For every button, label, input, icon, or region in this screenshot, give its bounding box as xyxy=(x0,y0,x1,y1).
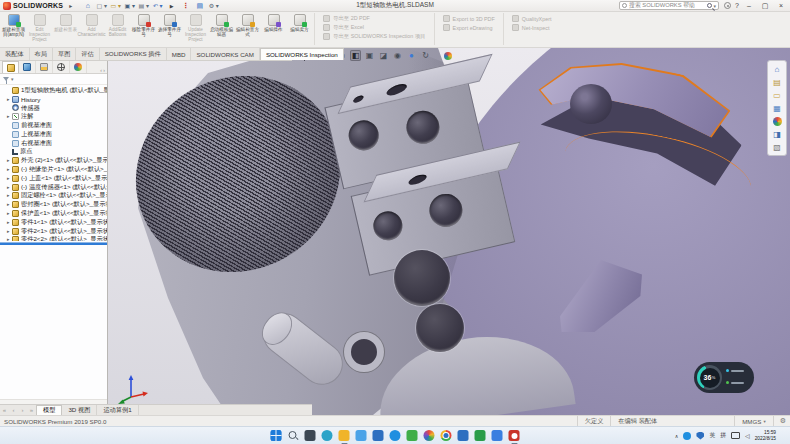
graphics-area[interactable]: 36% xyxy=(108,48,790,415)
ribbon-button[interactable]: 新建检查表 xyxy=(53,13,78,43)
tree-item[interactable]: 外壳 (2)<1> (默认<<默认>_显示状 xyxy=(0,156,107,165)
help-button[interactable]: ? xyxy=(735,2,739,9)
view-orientation-icon[interactable] xyxy=(364,50,375,61)
section-view-icon[interactable] xyxy=(350,50,361,61)
ribbon-button[interactable]: 编辑检查方式 xyxy=(235,13,260,43)
close-button[interactable]: × xyxy=(775,2,787,9)
ribbon-button[interactable]: 编辑卖方 xyxy=(287,13,312,43)
apply-scene-icon[interactable] xyxy=(442,50,453,61)
language-indicator[interactable]: 英 xyxy=(709,431,715,440)
tree-item[interactable]: 右视基准面 xyxy=(0,139,107,148)
tree-item[interactable]: (-) 绝缘垫片<1> (默认<<默认>_显 xyxy=(0,165,107,174)
ribbon-button[interactable]: 编辑操作 xyxy=(261,13,286,43)
ribbon-button[interactable]: 选择零件序号 xyxy=(157,13,182,43)
tree-item[interactable]: 前视基准面 xyxy=(0,121,107,130)
ribbon-tab[interactable]: 草图 xyxy=(53,48,76,60)
search-icon[interactable] xyxy=(707,3,712,8)
ribbon-button[interactable]: 新建检查项目(amp;N) xyxy=(1,13,26,43)
ribbon-tab[interactable]: SOLIDWORKS 插件 xyxy=(100,48,167,60)
ribbon-tab[interactable]: 装配体 xyxy=(0,48,30,60)
ribbon-button[interactable]: 启动模板编辑器 xyxy=(209,13,234,43)
print-icon[interactable] xyxy=(138,1,149,10)
tree-item[interactable]: 注解 xyxy=(0,112,107,121)
display-style-icon[interactable] xyxy=(378,50,389,61)
ribbon-tab[interactable]: SOLIDWORKS CAM xyxy=(191,48,259,60)
ribbon-button[interactable]: Edit Inspection Project xyxy=(27,13,52,43)
ribbon-button[interactable]: Add/Edit Balloons xyxy=(105,13,130,43)
view-palette-icon[interactable] xyxy=(770,102,784,114)
file-explorer-icon[interactable] xyxy=(770,89,784,101)
tab-scroll-last-icon[interactable]: » xyxy=(27,407,36,413)
export-item[interactable]: 导出至 Excel xyxy=(323,24,426,31)
undo-icon[interactable] xyxy=(152,1,163,10)
tab-scroll-first-icon[interactable]: « xyxy=(0,407,9,413)
export-item[interactable]: 导出至 SOLIDWORKS Inspection 项目 xyxy=(323,33,426,40)
task-view-icon[interactable] xyxy=(305,430,316,441)
design-library-icon[interactable] xyxy=(770,76,784,88)
search-icon[interactable] xyxy=(288,430,299,441)
tab-scroll-prev-icon[interactable]: ‹ xyxy=(9,407,18,413)
export-item[interactable]: Export eDrawing xyxy=(443,24,495,31)
search-box[interactable]: 搜索 SOLIDWORKS 帮助 ▾ xyxy=(619,1,719,10)
taskbar-clock[interactable]: 15:59 2022/8/15 xyxy=(755,430,776,441)
ribbon-button[interactable]: 移除零件序号 xyxy=(131,13,156,43)
tab-configurationmanager[interactable] xyxy=(36,61,53,73)
status-options-icon[interactable]: ⚙ xyxy=(773,416,790,426)
document-tab[interactable]: 模型 xyxy=(36,405,62,415)
tree-item[interactable]: 1型短轴散热电机 (默认<默认_显示状态-1 xyxy=(0,86,107,95)
store-icon[interactable] xyxy=(373,430,384,441)
restore-button[interactable]: ▢ xyxy=(759,2,771,10)
document-tab[interactable]: 运动算例1 xyxy=(97,405,138,415)
edge-icon[interactable] xyxy=(322,430,333,441)
tree-item[interactable]: 传感器 xyxy=(0,104,107,113)
scenes-icon[interactable] xyxy=(770,128,784,140)
tray-expand-icon[interactable]: ∧ xyxy=(675,433,679,439)
tab-dimxpertmanager[interactable] xyxy=(53,61,70,73)
tree-filter-bar[interactable]: ▾ xyxy=(0,74,107,85)
save-icon[interactable] xyxy=(124,1,135,10)
tab-displaymanager[interactable] xyxy=(70,61,87,73)
wps-icon[interactable] xyxy=(492,430,503,441)
solidworks-icon[interactable] xyxy=(509,430,520,441)
tree-item[interactable]: (-) 温度传感器<1> (默认<<默认>_ xyxy=(0,183,107,192)
menu-flyout-icon[interactable]: ▸ xyxy=(69,2,72,9)
tree-item[interactable]: 保护盖<1> (默认<<默认>_显示状 xyxy=(0,209,107,218)
file-explorer-icon[interactable] xyxy=(339,430,350,441)
tree-item[interactable]: 密封圈<1> (默认<<默认>_显示状 xyxy=(0,200,107,209)
panel-tab-overflow-icon[interactable]: ‹ › xyxy=(100,67,107,73)
search-caret-icon[interactable]: ▾ xyxy=(714,3,717,9)
security-shield-icon[interactable] xyxy=(696,432,704,440)
select-icon[interactable] xyxy=(166,1,177,10)
ribbon-tab[interactable]: SOLIDWORKS Inspection xyxy=(260,48,344,60)
tree-item[interactable]: 零件2<2> (默认<<默认>_显示状 xyxy=(0,236,107,241)
custom-properties-icon[interactable] xyxy=(770,141,784,153)
ribbon-tab[interactable]: MBD xyxy=(167,48,192,60)
ribbon-button[interactable]: Add Characteristic xyxy=(79,13,104,43)
ribbon-tab[interactable]: 评估 xyxy=(76,48,99,60)
tree-item[interactable]: 零件2<1> (默认<<默认>_显示状 xyxy=(0,227,107,236)
resources-home-icon[interactable] xyxy=(770,63,784,75)
file-properties-icon[interactable] xyxy=(194,1,205,10)
tree-item[interactable]: 上视基准面 xyxy=(0,130,107,139)
tree-item[interactable]: History xyxy=(0,95,107,104)
tab-propertymanager[interactable] xyxy=(19,61,36,73)
rebuild-icon[interactable] xyxy=(180,1,191,10)
document-tab[interactable]: 3D 视图 xyxy=(62,405,97,415)
ribbon-button[interactable]: Update Inspection Project xyxy=(183,13,208,43)
volume-icon[interactable]: ◁ xyxy=(745,432,750,439)
export-item[interactable]: Net-Inspect xyxy=(512,24,552,31)
options-icon[interactable] xyxy=(208,1,219,10)
export-item[interactable]: Export to 3D PDF xyxy=(443,15,495,22)
search-input[interactable]: 搜索 SOLIDWORKS 帮助 xyxy=(629,1,704,10)
hide-show-items-icon[interactable] xyxy=(392,50,403,61)
app-green-icon[interactable] xyxy=(475,430,486,441)
tab-featuremanager[interactable] xyxy=(2,61,19,73)
tree-item[interactable]: 固定螺栓<1> (默认<<默认>_显示 xyxy=(0,192,107,201)
onedrive-icon[interactable] xyxy=(390,430,401,441)
home-icon[interactable] xyxy=(82,1,93,10)
units-selector[interactable]: MMGS▾ xyxy=(734,416,773,426)
new-document-icon[interactable] xyxy=(96,1,107,10)
photos-icon[interactable] xyxy=(424,430,435,441)
mail-icon[interactable] xyxy=(356,430,367,441)
tree-item[interactable]: 零件1<1> (默认<<默认>_显示状态 xyxy=(0,218,107,227)
